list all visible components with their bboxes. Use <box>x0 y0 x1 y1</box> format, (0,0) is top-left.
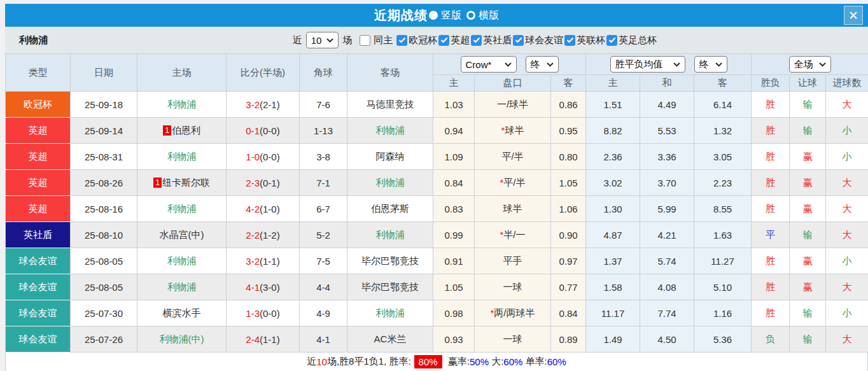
handicap-line-text: 一球 <box>503 333 522 344</box>
average-type-select[interactable]: 胜平负均值 <box>610 56 685 73</box>
checkbox-checked-icon[interactable] <box>606 35 617 46</box>
competition-filter[interactable]: 英足总杯 <box>606 34 657 46</box>
outcome-cell: 胜 <box>752 144 790 170</box>
handicap-outcome-cell: 输 <box>790 92 826 118</box>
competition-filter[interactable]: 英社盾 <box>471 34 512 46</box>
handicap-home-odds-cell: 1.03 <box>433 92 475 118</box>
fulltime-score: 1-3 <box>246 308 260 319</box>
avg-away-cell: 6.14 <box>694 92 752 118</box>
close-icon[interactable]: ✕ <box>844 6 863 25</box>
home-team-name: 伯恩利 <box>172 125 200 136</box>
average-time-select[interactable]: 终 <box>694 56 727 73</box>
outcome-cell: 胜 <box>752 274 790 300</box>
match-type-cell: 球会友谊 <box>6 274 71 300</box>
results-table: 类型 日期 主场 比分(半场) 角球 客场 Crow* 终 <box>5 53 868 353</box>
avg-away-cell: 1.16 <box>694 300 752 326</box>
match-type-cell: 球会友谊 <box>6 248 71 274</box>
home-team-name: 利物浦 <box>167 255 196 266</box>
handicap-away-odds-cell: 0.89 <box>551 326 586 353</box>
outcome-cell: 胜 <box>752 196 790 222</box>
same-home-filter[interactable]: 同主 <box>360 34 393 46</box>
handicap-home-odds-cell: 0.84 <box>433 170 475 196</box>
handicap-time-select[interactable]: 终 <box>526 56 559 73</box>
competition-filter[interactable]: 英超 <box>438 34 470 46</box>
checkbox-checked-icon[interactable] <box>396 35 407 46</box>
radio-unselected-icon[interactable] <box>466 11 475 20</box>
score-cell: 4-1(3-0) <box>227 274 300 300</box>
radio-selected-icon[interactable] <box>429 11 438 20</box>
checkbox-unchecked-icon[interactable] <box>360 35 370 46</box>
average-select-group: 胜平负均值 终 <box>586 54 752 75</box>
halftime-score: (0-0) <box>260 125 280 136</box>
subheader-goals: 进球数 <box>826 75 868 92</box>
competition-filter[interactable]: 球会友谊 <box>513 34 563 46</box>
match-date-cell: 25-08-26 <box>71 170 137 196</box>
view-option-horizontal[interactable]: 横版 <box>466 9 499 22</box>
corners-cell: 7-6 <box>300 92 347 118</box>
view-option-vertical-label: 竖版 <box>441 9 461 22</box>
avg-home-cell: 1.30 <box>586 196 640 222</box>
home-team-cell: 利物浦 <box>137 274 227 300</box>
handicap-line-cell: 一/球半 <box>475 92 551 118</box>
handicap-line-text: 两/两球半 <box>494 307 535 318</box>
handicap-line-text: 一球 <box>503 281 522 292</box>
summary-segment: 60% <box>503 356 522 367</box>
checkbox-checked-icon[interactable] <box>513 35 524 46</box>
recent-count-select[interactable]: 10 <box>306 32 339 48</box>
fulltime-score: 3-2 <box>246 256 260 267</box>
goals-outcome-cell: 大 <box>826 196 868 222</box>
filter-bar: 利物浦 近 10 场 同主 欧冠杯 英超 英社盾 <box>5 27 868 53</box>
checkbox-checked-icon[interactable] <box>564 35 575 46</box>
competition-label: 欧冠杯 <box>409 34 437 46</box>
away-team-cell: 毕尔巴鄂竞技 <box>347 274 433 300</box>
home-team-name: 利物浦 <box>167 99 196 109</box>
goals-outcome-cell: 大 <box>826 274 868 300</box>
away-team-name: 利物浦 <box>376 125 405 136</box>
home-team-name: 利物浦(中) <box>160 333 204 344</box>
summary-bar: 近10场,胜8平1负1, 胜率:80% 赢率:50% 大:60% 单率:60% <box>5 353 868 371</box>
handicap-outcome-cell: 输 <box>790 222 826 248</box>
score-cell: 3-2(1-1) <box>227 248 300 274</box>
bookmaker-select[interactable]: Crow* <box>461 56 517 73</box>
chevron-down-icon <box>547 62 554 67</box>
handicap-away-odds-cell: 0.80 <box>551 144 586 170</box>
corners-cell: 7-5 <box>300 248 347 274</box>
fulltime-score: 2-4 <box>246 334 260 345</box>
match-row: 球会友谊 25-08-05 利物浦 3-2(1-1) 7-5 毕尔巴鄂竞技 0.… <box>6 248 868 274</box>
subheader-handicap-line: 盘口 <box>475 75 551 92</box>
panel-title: 近期战绩 <box>374 7 428 24</box>
handicap-line-cell: *半/一 <box>475 222 551 248</box>
fulltime-score: 3-2 <box>246 99 260 110</box>
match-row: 欧冠杯 25-09-18 利物浦 3-2(2-1) 7-6 马德里竞技 1.03… <box>6 92 868 118</box>
competition-filter[interactable]: 欧冠杯 <box>396 34 437 46</box>
competition-label: 球会友谊 <box>525 34 563 46</box>
handicap-outcome-cell: 赢 <box>790 196 826 222</box>
competition-filter[interactable]: 英联杯 <box>564 34 605 46</box>
fulltime-score: 4-1 <box>246 282 260 293</box>
match-row: 英社盾 25-08-10 水晶宫(中) 2-2(1-2) 5-2 利物浦 0.9… <box>6 222 868 248</box>
handicap-away-odds-cell: 0.77 <box>551 274 586 300</box>
chevron-down-icon <box>326 38 333 43</box>
match-date-cell: 25-09-14 <box>71 118 137 144</box>
avg-home-cell: 11.17 <box>586 300 640 326</box>
match-type-cell: 英超 <box>6 118 71 144</box>
view-option-vertical[interactable]: 竖版 <box>433 9 461 22</box>
scope-select[interactable]: 全场 <box>789 56 831 73</box>
away-team-name: 马德里竞技 <box>367 99 414 109</box>
match-row: 球会友谊 25-08-05 利物浦 4-1(3-0) 4-4 毕尔巴鄂竞技 1.… <box>6 274 868 300</box>
handicap-away-odds-cell: 0.97 <box>551 248 586 274</box>
outcome-cell: 胜 <box>752 92 790 118</box>
summary-segment: 近 <box>307 356 316 368</box>
subheader-avg-draw: 和 <box>640 75 694 92</box>
chevron-down-icon <box>673 62 680 67</box>
summary-segment: 赢率: <box>445 356 470 368</box>
avg-away-cell: 5.10 <box>694 274 752 300</box>
handicap-away-odds-cell: 1.05 <box>551 170 586 196</box>
checkbox-checked-icon[interactable] <box>471 35 482 46</box>
goals-outcome-cell: 大 <box>826 170 868 196</box>
summary-segment: 10 <box>316 356 327 367</box>
match-row: 英超 25-08-16 利物浦 4-2(1-0) 6-7 伯恩茅斯 0.83 球… <box>6 196 868 222</box>
halftime-score: (0-1) <box>260 178 280 188</box>
checkbox-checked-icon[interactable] <box>438 35 449 46</box>
fulltime-score: 0-1 <box>246 125 260 136</box>
